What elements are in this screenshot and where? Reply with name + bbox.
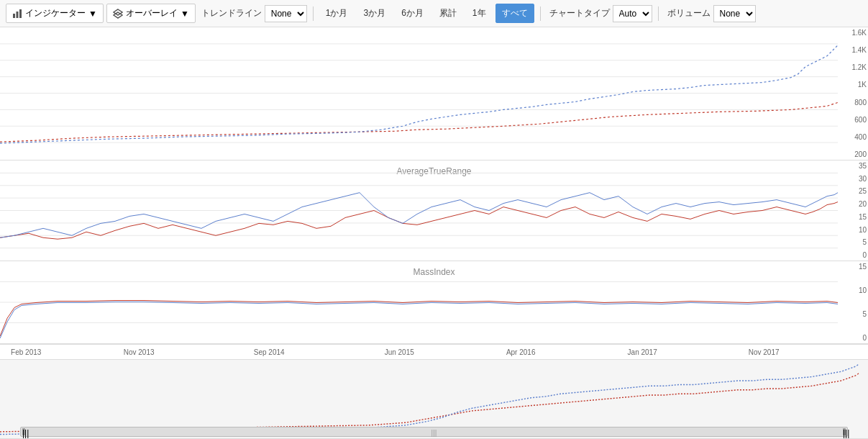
separator-2 [540, 6, 541, 21]
separator-1 [313, 6, 314, 21]
svg-rect-0 [13, 14, 15, 18]
y-label-200: 200 [839, 150, 867, 158]
trendline-label: トレンドライン [201, 7, 262, 19]
y-mass-0: 0 [839, 334, 867, 342]
main-chart-svg [0, 27, 838, 160]
x-label-feb2013: Feb 2013 [11, 348, 41, 356]
charttype-select[interactable]: Auto [613, 5, 652, 22]
y-label-1k: 1K [839, 81, 867, 89]
period-3m[interactable]: 3か月 [357, 4, 392, 23]
svg-rect-2 [19, 9, 22, 18]
mass-chart-svg [0, 261, 838, 343]
y-mass-10: 10 [839, 286, 867, 294]
volume-label: ボリューム [667, 7, 711, 19]
x-label-nov2017: Nov 2017 [749, 348, 780, 356]
period-ytd[interactable]: 累計 [433, 4, 463, 23]
y-label-1.2k: 1.2K [839, 63, 867, 71]
x-label-apr2016: Apr 2016 [506, 348, 536, 356]
x-label-jan2017: Jan 2017 [628, 348, 657, 356]
indicator-label: インジケーター [25, 7, 86, 19]
svg-rect-1 [17, 12, 19, 18]
scroll-grip-left[interactable]: ||| [22, 428, 25, 435]
volume-select[interactable]: None [713, 5, 756, 22]
y-mass-5: 5 [839, 310, 867, 318]
scroll-grip-right[interactable]: ||| [843, 428, 846, 435]
main-y-axis: 1.6K 1.4K 1.2K 1K 800 600 400 200 [838, 27, 868, 160]
mass-panel[interactable]: MassIndex 15 10 5 0 [0, 261, 868, 344]
period-1m[interactable]: 1か月 [319, 4, 355, 23]
x-label-nov2013: Nov 2013 [124, 348, 155, 356]
y-atr-0: 0 [839, 251, 867, 259]
main-price-panel[interactable]: 1.6K 1.4K 1.2K 1K 800 600 400 200 [0, 27, 868, 160]
indicator-button[interactable]: インジケーター ▼ [6, 4, 104, 23]
x-axis: Feb 2013 Nov 2013 Sep 2014 Jun 2015 Apr … [0, 344, 868, 360]
toolbar: インジケーター ▼ オーバーレイ ▼ トレンドライン None 1か月 3か月 … [0, 0, 868, 27]
overlay-label: オーバーレイ [126, 7, 178, 19]
y-atr-20: 20 [839, 200, 867, 208]
x-label-sep2014: Sep 2014 [254, 348, 285, 356]
y-label-1.4k: 1.4K [839, 46, 867, 54]
y-atr-5: 5 [839, 238, 867, 246]
period-6m[interactable]: 6か月 [395, 4, 430, 23]
y-atr-35: 35 [839, 162, 867, 170]
layers-icon [113, 9, 123, 19]
indicator-chevron: ▼ [88, 9, 97, 19]
x-label-jun2015: Jun 2015 [385, 348, 414, 356]
chart-icon [12, 9, 22, 19]
mass-y-axis: 15 10 5 0 [838, 261, 868, 343]
charttype-label: チャートタイプ [549, 7, 610, 19]
atr-panel[interactable]: AverageTrueRange 35 30 25 20 15 10 5 0 [0, 160, 868, 261]
trendline-select[interactable]: None [265, 5, 307, 22]
y-label-800: 800 [839, 99, 867, 107]
period-1y[interactable]: 1年 [466, 4, 493, 23]
overlay-chevron: ▼ [181, 9, 189, 19]
overlay-button[interactable]: オーバーレイ ▼ [106, 4, 196, 23]
navigator-panel[interactable]: ||| ||| ||| [0, 360, 868, 439]
y-label-600: 600 [839, 116, 867, 124]
y-atr-15: 15 [839, 213, 867, 221]
y-atr-30: 30 [839, 175, 867, 183]
atr-chart-svg [0, 160, 838, 261]
chart-container: 1.6K 1.4K 1.2K 1K 800 600 400 200 Averag… [0, 27, 868, 439]
y-atr-25: 25 [839, 187, 867, 195]
y-label-1.6k: 1.6K [839, 29, 867, 37]
y-mass-15: 15 [839, 263, 867, 271]
period-all[interactable]: すべて [495, 4, 534, 23]
atr-y-axis: 35 30 25 20 15 10 5 0 [838, 160, 868, 261]
y-atr-10: 10 [839, 226, 867, 234]
y-label-400: 400 [839, 133, 867, 141]
separator-3 [658, 6, 659, 21]
nav-indicator: ||| [431, 429, 437, 437]
